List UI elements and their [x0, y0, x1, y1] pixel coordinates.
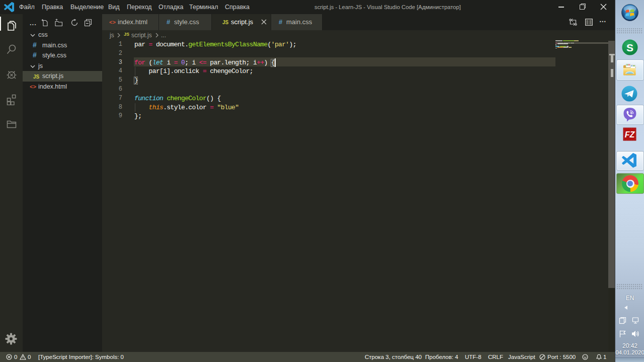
svg-text:S: S — [626, 42, 633, 53]
svg-text:FZ: FZ — [625, 130, 635, 139]
